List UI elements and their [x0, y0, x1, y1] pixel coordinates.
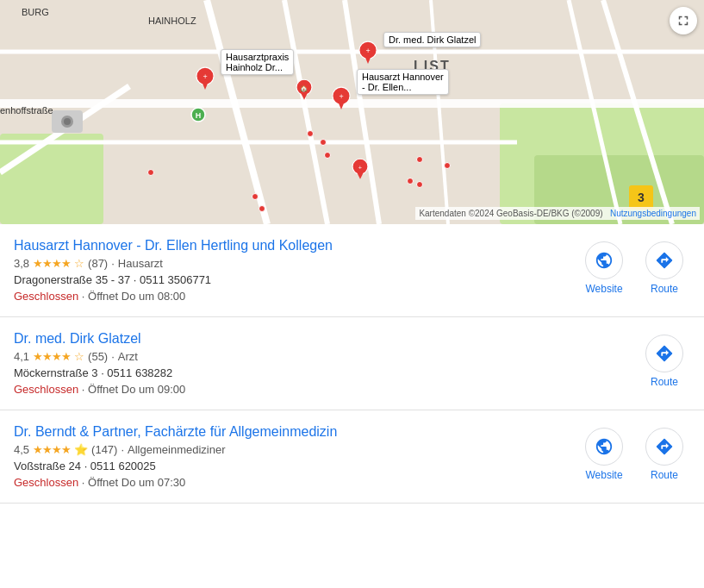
listing-info-3: Dr. Berndt & Partner, Fachärzte für Allg… — [14, 424, 578, 489]
svg-text:+: + — [358, 164, 362, 172]
listing-rating-2: 4,1 ★★★★☆ (55) · Arzt — [14, 350, 639, 363]
route-icon-3 — [655, 437, 674, 456]
stars-3: ★★★★ — [33, 443, 71, 456]
rating-number-2: 4,1 — [14, 350, 29, 363]
map-dot-8 — [407, 178, 414, 185]
listing-title-1[interactable]: Hausarzt Hannover - Dr. Ellen Hertling u… — [14, 238, 578, 253]
opens-label-2: · Öffnet Do um 09:00 — [82, 383, 185, 396]
map-label-hainholz: HAINHOLZ — [148, 16, 196, 26]
map-dot-6 — [416, 156, 423, 163]
listing-item-3: Dr. Berndt & Partner, Fachärzte für Allg… — [0, 410, 704, 504]
map-pin-small1[interactable]: 🏠 — [292, 78, 316, 102]
globe-icon-3 — [595, 437, 614, 456]
route-label-1: Route — [651, 283, 678, 295]
map-dot-7 — [444, 162, 451, 169]
opens-label-1: · Öffnet Do um 08:00 — [82, 290, 185, 303]
svg-text:+: + — [365, 47, 370, 55]
website-button-3[interactable]: Website — [578, 428, 630, 481]
globe-icon-1 — [595, 251, 614, 270]
map-terms-link[interactable]: Nutzungsbedingungen — [610, 209, 696, 218]
category-2: Arzt — [118, 350, 138, 363]
listing-info-1: Hausarzt Hannover - Dr. Ellen Hertling u… — [14, 238, 578, 303]
listing-item-1: Hausarzt Hannover - Dr. Ellen Hertling u… — [0, 224, 704, 317]
map-dot-5 — [259, 205, 265, 212]
svg-marker-26 — [202, 83, 209, 90]
svg-text:+: + — [202, 72, 207, 81]
svg-text:🏠: 🏠 — [301, 84, 309, 92]
website-button-1[interactable]: Website — [578, 241, 630, 295]
listing-status-3: Geschlossen · Öffnet Do um 07:30 — [14, 476, 578, 489]
website-circle-1 — [585, 241, 623, 279]
map-pin-hainholz[interactable]: + HausarztpraxisHainholz Dr... — [193, 66, 217, 91]
listing-status-1: Geschlossen · Öffnet Do um 08:00 — [14, 290, 578, 303]
svg-marker-23 — [365, 57, 371, 64]
map-label-burg: BURG — [22, 7, 49, 17]
map-label-list: LIST — [414, 59, 451, 74]
svg-point-18 — [64, 118, 71, 125]
closed-label-2: Geschlossen — [14, 383, 78, 396]
stars-1: ★★★★ — [33, 257, 71, 270]
route-circle-1 — [645, 241, 683, 279]
listing-info-2: Dr. med. Dirk Glatzel 4,1 ★★★★☆ (55) · A… — [14, 331, 639, 396]
review-count-3: (147) — [91, 443, 117, 456]
review-count-2: (55) — [88, 350, 108, 363]
star-partial-1: ☆ — [74, 257, 84, 270]
listing-address-1: Dragonerstraße 35 - 37 · 0511 3506771 — [14, 273, 578, 286]
route-circle-2 — [645, 335, 683, 372]
closed-label-3: Geschlossen — [14, 476, 78, 489]
map-pin-small2[interactable]: + — [348, 157, 372, 181]
map-label-strasse: enhoffstraße — [0, 105, 53, 116]
website-label-3: Website — [585, 469, 622, 481]
listing-item-2: Dr. med. Dirk Glatzel 4,1 ★★★★☆ (55) · A… — [0, 317, 704, 410]
map-dot-10 — [147, 169, 154, 176]
map-dot-1 — [307, 130, 314, 137]
route-button-1[interactable]: Route — [639, 241, 690, 295]
route-label-3: Route — [651, 469, 678, 481]
route-icon-2 — [655, 344, 674, 363]
map-svg: 3 H — [0, 0, 704, 224]
map-dot-3 — [324, 152, 331, 159]
svg-text:H: H — [196, 111, 202, 120]
listings-container: Hausarzt Hannover - Dr. Ellen Hertling u… — [0, 224, 704, 504]
route-label-2: Route — [651, 376, 678, 388]
map-dot-9 — [416, 181, 423, 188]
website-circle-3 — [585, 428, 623, 466]
svg-marker-35 — [358, 173, 364, 179]
svg-rect-1 — [0, 134, 103, 224]
map-dot-4 — [252, 193, 259, 200]
category-1: Hausarzt — [118, 257, 163, 270]
listing-actions-3: Website Route — [578, 424, 690, 481]
star-partial-2: ☆ — [74, 350, 84, 363]
closed-label-1: Geschlossen — [14, 290, 78, 303]
rating-number-3: 4,5 — [14, 443, 29, 456]
rating-number-1: 3,8 — [14, 257, 29, 270]
review-count-1: (87) — [88, 257, 108, 270]
map-attribution: Kartendaten ©2024 GeoBasis-DE/BKG (©2009… — [415, 207, 700, 220]
svg-marker-29 — [339, 103, 345, 109]
listing-title-2[interactable]: Dr. med. Dirk Glatzel — [14, 331, 639, 347]
route-button-2[interactable]: Route — [639, 335, 690, 388]
listing-status-2: Geschlossen · Öffnet Do um 09:00 — [14, 383, 639, 396]
listing-title-3[interactable]: Dr. Berndt & Partner, Fachärzte für Allg… — [14, 424, 578, 440]
map-pin-hertling[interactable]: + Hausarzt Hannover- Dr. Ellen... — [329, 86, 353, 110]
map-dot-2 — [320, 139, 327, 146]
route-circle-3 — [645, 428, 683, 466]
opens-label-3: · Öffnet Do um 07:30 — [82, 476, 185, 489]
listing-actions-2: Route — [639, 331, 690, 388]
map-section[interactable]: 3 H BURG HAINHOLZ LIST enhoffstraße + Dr… — [0, 0, 704, 224]
listing-rating-1: 3,8 ★★★★☆ (87) · Hausarzt — [14, 257, 578, 270]
map-pin-glatzel[interactable]: + Dr. med. Dirk Glatzel — [356, 41, 380, 65]
fullscreen-button[interactable] — [670, 7, 697, 34]
svg-text:+: + — [339, 92, 343, 101]
route-button-3[interactable]: Route — [639, 428, 690, 481]
svg-marker-32 — [302, 94, 308, 100]
website-label-1: Website — [585, 283, 622, 295]
stars-2: ★★★★ — [33, 350, 71, 363]
svg-text:3: 3 — [638, 191, 645, 204]
listing-rating-3: 4,5 ★★★★⭐ (147) · Allgemeinmediziner — [14, 443, 578, 456]
listing-address-2: Möckernstraße 3 · 0511 638282 — [14, 366, 639, 379]
route-icon-1 — [655, 251, 674, 270]
star-half-3: ⭐ — [74, 443, 88, 456]
listing-actions-1: Website Route — [578, 238, 690, 295]
category-3: Allgemeinmediziner — [128, 443, 225, 456]
